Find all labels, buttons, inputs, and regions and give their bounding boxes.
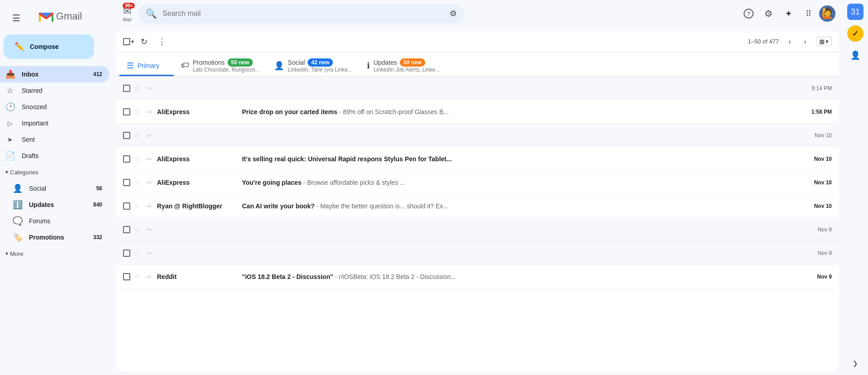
sidebar-item-promotions[interactable]: 🏷️ Promotions 332: [0, 229, 109, 245]
select-chevron[interactable]: ▾: [131, 38, 134, 45]
contacts-widget[interactable]: 👤: [847, 47, 863, 63]
email-row-actions: ☆ ⇒: [123, 223, 153, 236]
email-checkbox[interactable]: [123, 108, 130, 115]
sidebar-item-sent[interactable]: ➤ Sent: [0, 131, 109, 148]
tasks-widget[interactable]: ✓: [847, 25, 863, 42]
sidebar-item-starred[interactable]: ☆ Starred: [0, 82, 109, 99]
snooze-button[interactable]: ⇒: [144, 247, 153, 259]
email-row[interactable]: ☆ ⇒ Nov 10: [116, 124, 839, 147]
view-toggle[interactable]: ▦ ▾: [816, 37, 832, 46]
primary-tab-label: Primary: [138, 62, 159, 69]
main-content: ▾ ↻ ⋮ 1–50 of 477 ‹ › ▦ ▾: [116, 31, 839, 371]
star-button[interactable]: ☆: [132, 106, 142, 118]
sidebar-item-snoozed[interactable]: 🕐 Snoozed: [0, 99, 109, 115]
avatar-image: 🙋: [821, 8, 834, 19]
sidebar-item-updates[interactable]: ℹ️ Updates 840: [0, 197, 109, 213]
promotions-tab-badge: 50 new: [228, 58, 253, 67]
snooze-button[interactable]: ⇒: [144, 270, 153, 283]
email-row[interactable]: ☆ ⇒ AliExpress It's selling real quick: …: [116, 147, 839, 171]
email-checkbox[interactable]: [123, 250, 130, 257]
promotions-label: Promotions: [29, 234, 86, 241]
gmail-logo: Gmail: [31, 8, 85, 28]
email-row[interactable]: ☆ ⇒ Nov 9: [116, 241, 839, 265]
star-button[interactable]: ☆: [132, 247, 142, 259]
next-page-button[interactable]: ›: [798, 34, 812, 49]
more-options-button[interactable]: ⋮: [154, 34, 170, 50]
avatar[interactable]: 🙋: [819, 5, 835, 22]
email-row-actions: ☆ ⇒: [123, 129, 153, 141]
updates-tab-preview: LinkedIn Job Alerts, Linke...: [374, 67, 440, 73]
email-row[interactable]: ☆ ⇒ 6:14 PM: [116, 77, 839, 100]
email-checkbox[interactable]: [123, 273, 130, 280]
tasks-icon: ✓: [852, 29, 859, 38]
sidebar-item-social[interactable]: 👤 Social 56: [0, 180, 109, 197]
sidebar-item-important[interactable]: ▷ Important: [0, 115, 109, 131]
email-checkbox[interactable]: [123, 179, 130, 186]
email-checkbox[interactable]: [123, 226, 130, 233]
expand-panel-button[interactable]: ❯: [847, 355, 863, 371]
toolbar: ▾ ↻ ⋮ 1–50 of 477 ‹ › ▦ ▾: [116, 31, 839, 53]
email-list: ☆ ⇒ 6:14 PM ☆ ⇒ AliExpress Price drop on…: [116, 77, 839, 371]
email-subject-text: It's selling real quick: Universal Rapid…: [242, 155, 452, 163]
snooze-button[interactable]: ⇒: [144, 129, 153, 141]
email-row-actions: ☆ ⇒: [123, 247, 153, 259]
select-all-wrap: ▾: [123, 38, 134, 45]
compose-button[interactable]: ✏️ Compose: [4, 34, 94, 59]
email-subject-preview: You're going places - Browse affordable …: [242, 179, 807, 186]
tab-social[interactable]: 👤 Social 42 new LinkedIn, Tahir (via Lin…: [267, 53, 360, 76]
categories-header[interactable]: ▾ Categories: [0, 164, 116, 180]
email-row[interactable]: ☆ ⇒ AliExpress Price drop on your carted…: [116, 100, 839, 124]
snooze-button[interactable]: ⇒: [144, 106, 153, 118]
search-input[interactable]: [162, 10, 444, 18]
prev-page-button[interactable]: ‹: [783, 34, 797, 49]
hamburger-menu[interactable]: ☰: [7, 9, 25, 27]
notification-badge: 99+: [123, 3, 135, 9]
email-row[interactable]: ☆ ⇒ AliExpress You're going places - Bro…: [116, 171, 839, 194]
sidebar-item-forums[interactable]: 🗨️ Forums: [0, 213, 109, 229]
sidebar-item-inbox[interactable]: 📥 Inbox 412: [0, 66, 109, 82]
snooze-button[interactable]: ⇒: [144, 223, 153, 236]
star-button[interactable]: ☆: [132, 82, 142, 94]
email-row[interactable]: ☆ ⇒ Reddit "iOS 18.2 Beta 2 - Discussion…: [116, 265, 839, 288]
email-row[interactable]: ☆ ⇒ Nov 9: [116, 218, 839, 241]
star-button[interactable]: ☆: [132, 153, 142, 165]
email-time: 1:58 PM: [811, 109, 832, 115]
promotions-count: 332: [93, 234, 102, 240]
gemini-button[interactable]: ✦: [779, 5, 797, 23]
email-time: Nov 10: [815, 132, 832, 139]
star-button[interactable]: ☆: [132, 270, 142, 283]
star-button[interactable]: ☆: [132, 129, 142, 141]
select-all-checkbox[interactable]: [123, 38, 130, 45]
email-sender: AliExpress: [157, 179, 238, 186]
tab-updates[interactable]: ℹ Updates 50 new LinkedIn Job Alerts, Li…: [360, 53, 447, 76]
snooze-button[interactable]: ⇒: [144, 176, 153, 188]
settings-button[interactable]: ⚙: [759, 5, 778, 23]
star-button[interactable]: ☆: [132, 200, 142, 212]
snooze-button[interactable]: ⇒: [144, 153, 153, 165]
more-item[interactable]: ▾ More: [0, 245, 116, 262]
email-preview-text: - Browse affordable picks & styles: [303, 179, 398, 186]
snooze-button[interactable]: ⇒: [144, 200, 153, 212]
email-row[interactable]: ☆ ⇒ Ryan @ RightBlogger Can AI write you…: [116, 194, 839, 218]
tab-primary[interactable]: ☰ Primary: [119, 53, 174, 76]
tab-promotions[interactable]: 🏷 Promotions 50 new Lals Chocolate, Rung…: [174, 53, 267, 76]
email-row-actions: ☆ ⇒: [123, 270, 153, 283]
forums-icon: 🗨️: [13, 216, 22, 226]
help-button[interactable]: ?: [740, 5, 758, 23]
starred-icon: ☆: [5, 86, 14, 96]
updates-tab-icon: ℹ: [367, 61, 370, 71]
star-button[interactable]: ☆: [132, 176, 142, 188]
sidebar-item-drafts[interactable]: 📄 Drafts: [0, 148, 109, 164]
sent-icon: ➤: [5, 136, 14, 143]
refresh-button[interactable]: ↻: [136, 34, 152, 50]
snooze-button[interactable]: ⇒: [144, 82, 153, 94]
email-checkbox[interactable]: [123, 132, 130, 139]
search-filter-icon[interactable]: ⚙: [450, 9, 457, 19]
star-button[interactable]: ☆: [132, 223, 142, 236]
apps-button[interactable]: ⠿: [799, 5, 817, 23]
email-checkbox[interactable]: [123, 85, 130, 92]
email-checkbox[interactable]: [123, 155, 130, 163]
email-row-actions: ☆ ⇒: [123, 153, 153, 165]
calendar-widget[interactable]: 31: [847, 4, 863, 20]
email-checkbox[interactable]: [123, 202, 130, 210]
